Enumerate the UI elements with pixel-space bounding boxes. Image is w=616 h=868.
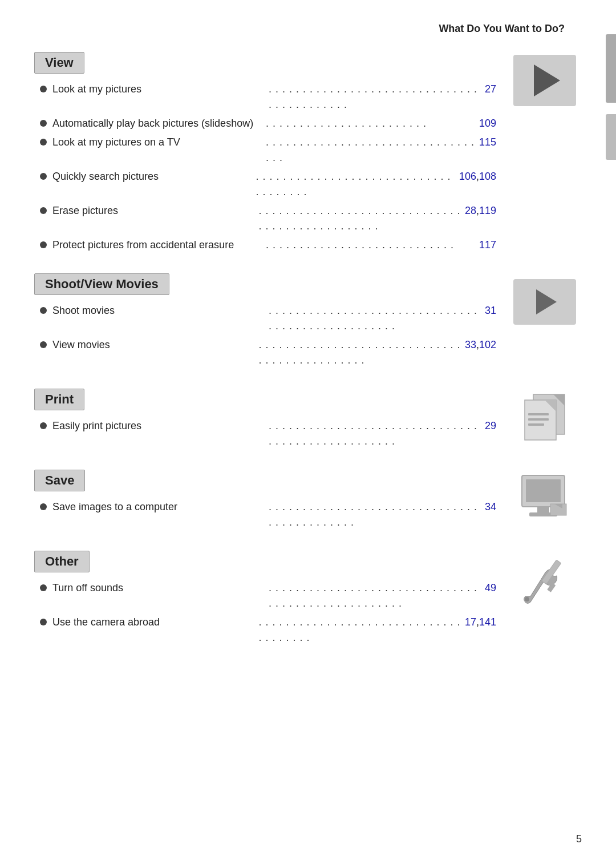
item-text: Quickly search pictures [52,169,253,184]
item-text: Automatically play back pictures (slides… [52,116,264,131]
dots: . . . . . . . . . . . . . . . . . . . . … [269,303,483,334]
section-view-items: Look at my pictures . . . . . . . . . . … [40,82,496,253]
page-container: What Do You Want to Do? View Look at my … [0,0,616,868]
other-icon [508,551,582,608]
dots: . . . . . . . . . . . . . . . . . . . . … [269,418,483,449]
section-save: Save Save images to a computer . . . . .… [34,470,582,534]
dots: . . . . . . . . . . . . . . . . . . . . … [269,82,483,112]
section-other-title: Other [34,551,90,572]
bullet-icon [40,584,47,591]
page-num[interactable]: 109 [479,116,496,131]
svg-rect-8 [526,479,561,502]
page-num[interactable]: 106 [459,169,476,184]
section-save-items: Save images to a computer . . . . . . . … [40,499,496,530]
list-item: Easily print pictures . . . . . . . . . … [40,418,496,449]
right-tab-lower [606,114,616,160]
svg-point-13 [525,597,529,601]
save-svg-icon [513,473,576,524]
movie-icon-box [513,279,576,325]
dots: . . . . . . . . . . . . . . . . . . . . … [258,203,462,234]
section-print: Print Easily print pictures . . . . . . … [34,389,582,453]
list-item: Turn off sounds . . . . . . . . . . . . … [40,580,496,611]
svg-rect-9 [537,507,549,512]
print-svg-icon [513,391,576,443]
list-item: Use the camera abroad . . . . . . . . . … [40,615,496,645]
svg-rect-6 [528,423,544,426]
section-save-title: Save [34,470,85,491]
svg-rect-4 [528,413,549,415]
page-header: What Do You Want to Do? [34,23,582,35]
bullet-icon [40,207,47,214]
item-text: Save images to a computer [52,499,266,515]
right-tab-upper [606,34,616,103]
page-num[interactable]: 33 [465,337,476,353]
list-item: Protect pictures from accidental erasure… [40,237,496,253]
section-print-items: Easily print pictures . . . . . . . . . … [40,418,496,449]
section-print-content: Print Easily print pictures . . . . . . … [34,389,496,453]
page-num-2[interactable]: 119 [479,203,496,219]
play-triangle-icon [534,64,560,96]
page-num[interactable]: 34 [485,499,496,515]
section-other-content: Other Turn off sounds . . . . . . . . . … [34,551,496,649]
list-item: Look at my pictures . . . . . . . . . . … [40,82,496,112]
dots: . . . . . . . . . . . . . . . . . . . . … [258,337,462,368]
bullet-icon [40,173,47,180]
bullet-icon [40,86,47,92]
item-text: Protect pictures from accidental erasure [52,237,264,253]
dots: . . . . . . . . . . . . . . . . . . . . … [266,135,477,165]
item-text: Erase pictures [52,203,256,219]
section-view: View Look at my pictures . . . . . . . .… [34,52,582,256]
play-icon-box [513,55,576,106]
dots: . . . . . . . . . . . . . . . . . . . . … [258,615,462,645]
section-view-title: View [34,52,84,74]
header-title: What Do You Want to Do? [439,23,565,34]
page-num[interactable]: 49 [485,580,496,596]
dots: . . . . . . . . . . . . . . . . . . . . … [256,169,456,200]
page-num-2[interactable]: 108 [479,169,496,184]
page-bottom: 5 [576,833,582,845]
item-text: Look at my pictures [52,82,266,97]
movie-play-icon [536,289,557,314]
page-num[interactable]: 27 [485,82,496,97]
list-item: View movies . . . . . . . . . . . . . . … [40,337,496,368]
section-other: Other Turn off sounds . . . . . . . . . … [34,551,582,649]
svg-rect-5 [528,418,549,421]
movie-icon [508,273,582,330]
page-num-2[interactable]: 141 [479,615,496,630]
list-item: Erase pictures . . . . . . . . . . . . .… [40,203,496,234]
page-num-2[interactable]: 102 [479,337,496,353]
bullet-icon [40,139,47,146]
view-icon [508,52,582,109]
bullet-icon [40,120,47,127]
other-svg-icon [513,554,576,605]
section-movies-title: Shoot/View Movies [34,273,169,295]
dots: . . . . . . . . . . . . . . . . . . . . … [269,499,483,530]
item-text: Shoot movies [52,303,266,318]
bullet-icon [40,241,47,248]
section-view-content: View Look at my pictures . . . . . . . .… [34,52,496,256]
section-movies-items: Shoot movies . . . . . . . . . . . . . .… [40,303,496,368]
bullet-icon [40,422,47,429]
item-text: Look at my pictures on a TV [52,135,264,150]
dots: . . . . . . . . . . . . . . . . . . . . … [269,580,483,611]
page-num[interactable]: 31 [485,303,496,318]
list-item: Look at my pictures on a TV . . . . . . … [40,135,496,165]
bullet-icon [40,619,47,625]
page-num[interactable]: 17 [465,615,476,630]
page-num[interactable]: 117 [479,237,496,253]
item-text: Turn off sounds [52,580,266,596]
list-item: Shoot movies . . . . . . . . . . . . . .… [40,303,496,334]
item-text: Use the camera abroad [52,615,256,630]
list-item: Quickly search pictures . . . . . . . . … [40,169,496,200]
page-num[interactable]: 115 [479,135,496,150]
section-other-items: Turn off sounds . . . . . . . . . . . . … [40,580,496,645]
bullet-icon [40,503,47,510]
section-save-content: Save Save images to a computer . . . . .… [34,470,496,534]
page-number: 5 [576,833,582,845]
page-num[interactable]: 28 [465,203,476,219]
page-num[interactable]: 29 [485,418,496,434]
save-icon [508,470,582,527]
bullet-icon [40,307,47,314]
section-movies-content: Shoot/View Movies Shoot movies . . . . .… [34,273,496,372]
list-item: Automatically play back pictures (slides… [40,116,496,131]
